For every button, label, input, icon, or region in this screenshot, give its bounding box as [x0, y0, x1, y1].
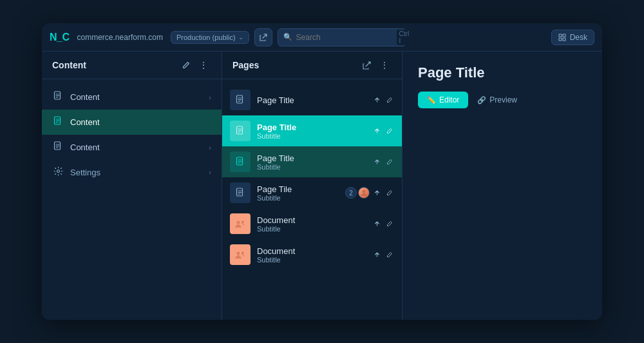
editor-icon: ✏️	[427, 96, 436, 104]
more-icon: ⋮	[199, 61, 209, 70]
detail-title: Page Title	[418, 64, 587, 81]
page-info-5: Document Subtitle	[257, 215, 366, 233]
main-area: Content ⋮	[42, 52, 602, 320]
page-edit-button-3[interactable]	[384, 157, 394, 167]
svg-rect-2	[559, 38, 562, 41]
preview-icon: 🔗	[477, 96, 486, 104]
sidebar-item-content-1[interactable]: Content ›	[42, 84, 222, 110]
page-item-6[interactable]: Document Subtitle	[222, 239, 402, 270]
pages-header: Pages ⋮	[222, 52, 402, 79]
pages-title: Pages	[232, 60, 259, 70]
page-name-1: Page Title	[257, 95, 366, 105]
app-window: N_C commerce.nearform.com Production (pu…	[42, 23, 602, 320]
search-input[interactable]	[296, 33, 393, 42]
page-actions-3	[372, 157, 394, 167]
svg-point-7	[57, 170, 59, 173]
page-actions-4: 2	[345, 187, 394, 199]
sidebar-item-label-3: Content	[70, 142, 202, 152]
badge-group-4: 2	[345, 187, 370, 199]
page-item-4[interactable]: Page Tile Subtitle 2	[222, 177, 402, 208]
page-icon-3	[52, 141, 64, 153]
domain-label: commerce.nearform.com	[77, 33, 163, 42]
page-publish-button-1[interactable]	[372, 95, 382, 105]
pages-header-actions: ⋮	[360, 59, 392, 71]
external-link-icon	[260, 34, 267, 41]
sidebar-item-label-2: Content	[70, 117, 211, 127]
page-edit-button-5[interactable]	[384, 219, 394, 229]
search-bar: 🔍 Ctrl I	[278, 28, 406, 46]
badge-count: 2	[345, 187, 357, 199]
svg-point-14	[242, 221, 244, 223]
page-item-3[interactable]: Page Title Subtitle	[222, 146, 402, 177]
page-item-2[interactable]: Page Title Subtitle	[222, 115, 402, 146]
page-edit-button-2[interactable]	[384, 126, 394, 136]
external-edit-icon	[363, 61, 371, 70]
page-publish-button-5[interactable]	[372, 219, 382, 229]
sidebar-item-settings[interactable]: Settings ›	[42, 160, 222, 184]
page-icon-active	[52, 116, 64, 128]
pages-edit-button[interactable]	[360, 59, 374, 71]
search-shortcut: Ctrl I	[397, 30, 412, 45]
settings-icon	[52, 166, 64, 178]
page-actions-1	[372, 95, 394, 105]
page-thumb-6	[230, 244, 251, 265]
page-publish-button-2[interactable]	[372, 126, 382, 136]
chevron-right-icon-1: ›	[209, 93, 211, 101]
page-subtitle-5: Subtitle	[257, 225, 366, 233]
pages-more-button[interactable]: ⋮	[377, 59, 392, 71]
chevron-right-icon-settings: ›	[209, 168, 211, 176]
tab-editor[interactable]: ✏️ Editor	[418, 92, 468, 108]
tab-preview-label: Preview	[489, 95, 517, 104]
tab-editor-label: Editor	[439, 95, 459, 104]
sidebar-edit-button[interactable]	[179, 59, 193, 71]
page-edit-button-4[interactable]	[384, 188, 394, 198]
badge-avatar	[358, 187, 370, 199]
page-info-6: Document Subtitle	[257, 246, 366, 264]
desk-button[interactable]: Desk	[551, 30, 594, 45]
page-thumb-3	[230, 152, 251, 172]
page-thumb-5	[230, 213, 251, 234]
page-item-5[interactable]: Document Subtitle	[222, 208, 402, 239]
page-name-2: Page Title	[257, 122, 366, 132]
page-edit-button-6[interactable]	[384, 250, 394, 260]
page-publish-button-6[interactable]	[372, 250, 382, 260]
page-thumb-4	[230, 182, 251, 203]
page-name-3: Page Title	[257, 153, 366, 163]
grid-icon	[558, 34, 566, 41]
sidebar-item-content-3[interactable]: Content ›	[42, 135, 222, 160]
page-actions-5	[372, 219, 394, 229]
top-bar: N_C commerce.nearform.com Production (pu…	[42, 23, 602, 52]
page-thumb-1	[230, 90, 251, 110]
detail-tabs: ✏️ Editor 🔗 Preview	[418, 92, 587, 108]
page-thumb-2	[230, 121, 251, 141]
page-publish-button-3[interactable]	[372, 157, 382, 167]
sidebar-item-label-1: Content	[70, 92, 202, 102]
sidebar-title: Content	[52, 60, 86, 70]
sidebar-item-content-2[interactable]: Content	[42, 110, 222, 135]
more-icon-pages: ⋮	[380, 61, 389, 70]
desk-label: Desk	[570, 33, 587, 42]
page-subtitle-3: Subtitle	[257, 163, 366, 171]
page-icon	[52, 91, 64, 103]
sidebar-header: Content ⋮	[42, 52, 222, 79]
page-info-4: Page Tile Subtitle	[257, 184, 339, 202]
svg-point-16	[242, 252, 244, 254]
sidebar-more-button[interactable]: ⋮	[196, 59, 211, 71]
page-item-1[interactable]: Page Title	[222, 84, 402, 115]
sidebar-items-list: Content › Content	[42, 79, 222, 320]
page-actions-6	[372, 250, 394, 260]
page-name-5: Document	[257, 215, 366, 225]
chevron-right-icon-3: ›	[209, 144, 211, 152]
svg-point-15	[237, 252, 240, 255]
page-publish-button-4[interactable]	[372, 188, 382, 198]
page-edit-button-1[interactable]	[384, 95, 394, 105]
page-subtitle-6: Subtitle	[257, 256, 366, 264]
chevron-down-icon: ⌄	[238, 34, 243, 41]
search-icon: 🔍	[283, 33, 292, 41]
edit-external-button[interactable]	[254, 28, 272, 46]
env-selector[interactable]: Production (public) ⌄	[171, 31, 249, 44]
app-logo: N_C	[50, 32, 70, 43]
tab-preview[interactable]: 🔗 Preview	[468, 92, 526, 108]
detail-panel: Page Title ✏️ Editor 🔗 Preview	[402, 52, 602, 320]
pages-list: Page Title	[222, 79, 402, 320]
